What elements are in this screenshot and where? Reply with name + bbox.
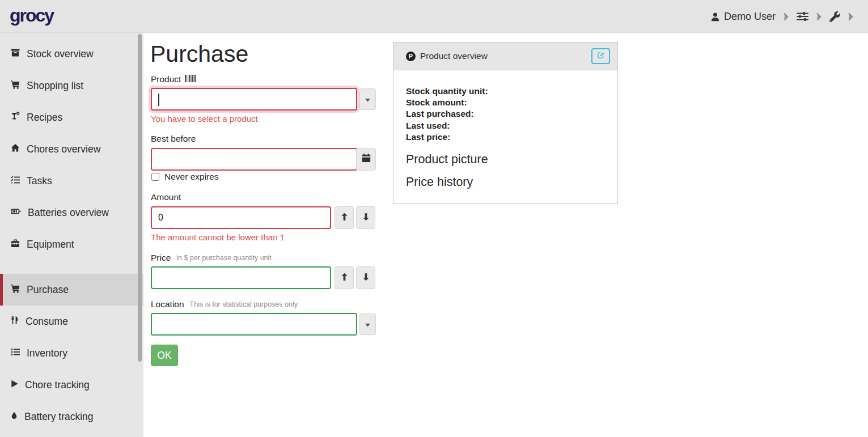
location-hint: This is for statistical purposes only: [190, 300, 298, 308]
amount-input[interactable]: [151, 206, 331, 229]
product-label: Product: [151, 74, 181, 84]
sidebar-item-label: Battery tracking: [24, 411, 94, 423]
sidebar-item-label: Recipes: [27, 112, 62, 124]
amount-decrease-button[interactable]: [356, 206, 375, 229]
chevron-right-icon: [784, 13, 789, 20]
sidebar-item-batteries-overview[interactable]: Batteries overview: [0, 197, 143, 228]
app-header: grocy Demo User: [0, 0, 868, 33]
arrow-down-icon: [362, 273, 370, 283]
sidebar-item-recipes[interactable]: Recipes: [0, 101, 143, 133]
sidebar-item-label: Tasks: [27, 175, 52, 187]
utensils-icon: [10, 316, 19, 328]
shopping-cart-icon: [10, 80, 20, 92]
user-menu[interactable]: Demo User: [710, 11, 776, 23]
sidebar-item-inventory[interactable]: Inventory: [0, 337, 143, 369]
admin-menu[interactable]: [829, 11, 840, 22]
caret-down-icon: [365, 319, 370, 329]
best-before-label-text: Best before: [151, 134, 196, 144]
sidebar-item-label: Equipment: [27, 239, 74, 251]
wrench-icon: [829, 11, 840, 22]
sidebar-item-label: Purchase: [27, 284, 69, 296]
amount-error: The amount cannot be lower than 1: [151, 232, 285, 242]
product-label-row: Product: [151, 74, 196, 84]
sidebar-item-label: Inventory: [27, 347, 67, 359]
arrow-up-icon: [340, 273, 349, 283]
stock-amount-label: Stock amount:: [406, 97, 605, 108]
sidebar-item-label: Stock overview: [27, 48, 94, 60]
user-name: Demo User: [724, 11, 776, 23]
user-icon: [710, 12, 720, 22]
sidebar-item-label: Chores overview: [27, 143, 100, 155]
sidebar-item-label: Batteries overview: [28, 207, 109, 219]
arrow-down-icon: [362, 213, 370, 223]
sidebar-item-chores-overview[interactable]: Chores overview: [0, 133, 143, 165]
sidebar-item-stock-overview[interactable]: Stock overview: [0, 38, 143, 70]
card-body: Stock quantity unit: Stock amount: Last …: [393, 70, 617, 189]
sidebar-item-tasks[interactable]: Tasks: [0, 165, 143, 197]
location-label-row: Location This is for statistical purpose…: [151, 299, 298, 309]
location-label: Location: [151, 299, 184, 309]
list-icon: [10, 347, 20, 359]
toolbox-icon: [10, 239, 20, 251]
edit-pencil-square-icon: [597, 51, 605, 61]
product-error: You have to select a product: [151, 114, 258, 124]
sidebar: Stock overview Shopping list Recipes Cho…: [0, 33, 143, 437]
location-dropdown-button[interactable]: [359, 313, 376, 335]
edit-product-button[interactable]: [591, 48, 610, 64]
price-history-heading: Price history: [406, 175, 605, 189]
battery-icon: [10, 207, 22, 219]
best-before-input[interactable]: [151, 148, 357, 171]
text-cursor: [158, 94, 159, 106]
card-title: Product overview: [420, 51, 488, 61]
sidebar-item-battery-tracking[interactable]: Battery tracking: [0, 401, 143, 432]
price-input[interactable]: [151, 266, 331, 289]
stock-quantity-unit-label: Stock quantity unit:: [406, 86, 605, 97]
location-select[interactable]: [151, 313, 357, 336]
best-before-label: Best before: [151, 134, 196, 144]
product-overview-card: P Product overview Stock quantity unit: …: [393, 42, 618, 204]
price-increase-button[interactable]: [335, 266, 354, 289]
cocktail-icon: [10, 112, 20, 124]
product-input[interactable]: [151, 88, 357, 111]
app-logo[interactable]: grocy: [10, 5, 53, 26]
sidebar-item-shopping-list[interactable]: Shopping list: [0, 70, 143, 101]
sidebar-item-label: Chore tracking: [25, 379, 90, 391]
page-title: Purchase: [150, 41, 248, 67]
price-hint: in $ per purchase quantity unit: [176, 254, 271, 262]
sidebar-scrollbar[interactable]: [138, 34, 142, 362]
ok-button[interactable]: OK: [151, 345, 178, 366]
shopping-cart-icon: [10, 284, 20, 296]
amount-increase-button[interactable]: [335, 206, 354, 229]
sidebar-item-label: Shopping list: [27, 80, 83, 92]
calendar-button[interactable]: [356, 148, 376, 171]
settings-menu[interactable]: [797, 12, 808, 21]
sidebar-item-label: Consume: [26, 316, 68, 328]
calendar-icon: [362, 154, 371, 165]
product-circle-icon: P: [406, 52, 416, 61]
never-expires-label: Never expires: [164, 172, 219, 182]
chevron-right-icon: [848, 13, 853, 20]
last-purchased-label: Last purchased:: [406, 108, 605, 120]
arrow-up-icon: [340, 213, 349, 223]
chevron-right-icon: [816, 13, 822, 20]
last-used-label: Last used:: [406, 120, 605, 131]
sidebar-item-equipment[interactable]: Equipment: [0, 228, 143, 260]
play-icon: [10, 379, 19, 391]
never-expires-checkbox[interactable]: [151, 173, 159, 181]
sidebar-item-purchase[interactable]: Purchase: [0, 274, 143, 306]
price-decrease-button[interactable]: [356, 266, 375, 289]
never-expires-row: Never expires: [151, 172, 219, 182]
caret-down-icon: [365, 94, 370, 104]
tasks-icon: [10, 175, 20, 187]
price-label-row: Price in $ per purchase quantity unit: [151, 253, 272, 263]
barcode-icon: [185, 74, 196, 84]
header-menu: Demo User: [710, 0, 853, 33]
card-header: P Product overview: [393, 43, 617, 70]
amount-label-text: Amount: [151, 192, 181, 202]
amount-label: Amount: [151, 192, 181, 202]
sidebar-item-chore-tracking[interactable]: Chore tracking: [0, 369, 143, 401]
archive-box-icon: [10, 48, 20, 60]
sidebar-item-consume[interactable]: Consume: [0, 306, 143, 337]
droplet-icon: [10, 411, 18, 423]
product-dropdown-button[interactable]: [359, 88, 376, 110]
